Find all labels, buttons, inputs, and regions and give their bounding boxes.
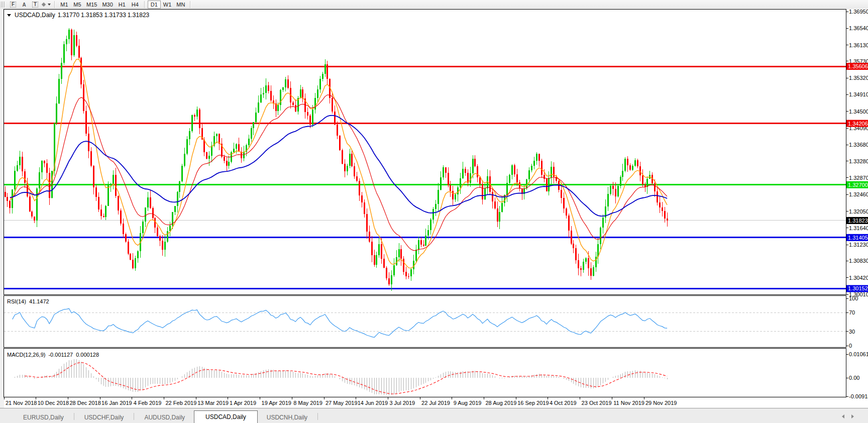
date-label: 27 May 2019 xyxy=(325,400,358,406)
chart-title: USDCAD,Daily 1.31770 1.31853 1.31733 1.3… xyxy=(7,12,149,19)
macd-tick-label: 0.010615 xyxy=(849,351,868,357)
date-label: 4 Feb 2019 xyxy=(134,400,162,406)
price-tick-label: 1.32460 xyxy=(849,191,868,197)
symbol-tab-bar: EURUSD,Daily USDCHF,Daily AUDUSD,Daily U… xyxy=(0,408,868,423)
date-label: 28 Aug 2019 xyxy=(486,400,517,406)
date-label: 14 Jun 2019 xyxy=(358,400,388,406)
price-tick-label: 1.30420 xyxy=(849,275,868,281)
tab-usdcnh-daily[interactable]: USDCNH,Daily xyxy=(258,412,316,423)
candlestick-chart[interactable]: 1.369501.365401.361301.357301.353201.349… xyxy=(0,0,868,423)
macd-tick-label: 0.00 xyxy=(849,375,859,381)
date-label: 16 Jan 2019 xyxy=(101,400,132,406)
price-tick-label: 1.34910 xyxy=(849,91,868,97)
price-tick-label: 1.36540 xyxy=(849,25,868,31)
tab-separator xyxy=(134,413,134,420)
price-level-label: 1.34206 xyxy=(848,121,868,127)
date-label: 1 Apr 2019 xyxy=(230,400,256,406)
ohlc-low: 1.31733 xyxy=(104,12,126,19)
date-label: 29 Nov 2019 xyxy=(645,400,677,406)
tab-audusd-daily[interactable]: AUDUSD,Daily xyxy=(135,412,194,423)
date-label: 23 Oct 2019 xyxy=(582,400,612,406)
scroll-tabs-left-icon[interactable] xyxy=(842,414,844,418)
date-label: 22 Feb 2019 xyxy=(166,400,197,406)
price-tick-label: 1.33680 xyxy=(849,142,868,148)
price-tick-label: 1.31640 xyxy=(849,225,868,231)
date-label: 22 Jul 2019 xyxy=(421,400,450,406)
price-tick-label: 1.32050 xyxy=(849,208,868,215)
price-tick-label: 1.34500 xyxy=(849,109,868,115)
tab-separator xyxy=(74,413,74,420)
ohlc-open: 1.31770 xyxy=(58,12,79,19)
rsi-tick-label: 100 xyxy=(849,295,858,301)
tab-usdcad-daily[interactable]: USDCAD,Daily xyxy=(194,410,258,423)
chart-dropdown-icon[interactable] xyxy=(7,14,11,17)
price-tick-label: 1.32870 xyxy=(849,175,868,181)
date-label: 11 Nov 2019 xyxy=(613,400,644,406)
price-level-label: 1.31823 xyxy=(848,218,868,224)
price-level-label: 1.31405 xyxy=(848,235,868,241)
ohlc-close: 1.31823 xyxy=(128,12,149,19)
date-label: 13 Mar 2019 xyxy=(197,400,229,406)
date-label: 10 Dec 2018 xyxy=(38,400,69,406)
ohlc-high: 1.31853 xyxy=(81,12,102,19)
price-level-label: 1.32700 xyxy=(848,182,868,188)
date-label: 28 Dec 2018 xyxy=(69,400,100,406)
rsi-tick-label: 0 xyxy=(849,343,852,349)
rsi-indicator-label: RSI(14)41.1472 xyxy=(7,298,49,304)
date-label: 3 Jul 2019 xyxy=(389,400,415,406)
price-tick-label: 1.31230 xyxy=(849,242,868,248)
price-tick-label: 1.36130 xyxy=(849,42,868,48)
date-label: 4 Oct 2019 xyxy=(550,400,577,406)
macd-tick-label: -0.009181 xyxy=(849,393,868,399)
tab-eurusd-daily[interactable]: EURUSD,Daily xyxy=(14,412,73,423)
date-label: 19 Apr 2019 xyxy=(262,400,291,406)
date-label: 9 Aug 2019 xyxy=(454,400,482,406)
chart-symbol: USDCAD,Daily xyxy=(15,12,55,19)
price-tick-label: 1.35320 xyxy=(849,75,868,81)
rsi-tick-label: 70 xyxy=(849,309,855,315)
tab-usdchf-daily[interactable]: USDCHF,Daily xyxy=(75,412,133,423)
date-label: 21 Nov 2018 xyxy=(6,400,37,406)
tab-separator xyxy=(317,413,318,420)
price-tick-label: 1.36950 xyxy=(849,9,868,15)
price-tick-label: 1.30830 xyxy=(849,258,868,264)
macd-indicator-label: MACD(12,26,9)-0.0011270.000128 xyxy=(7,352,99,358)
price-level-label: 1.35606 xyxy=(848,63,868,69)
date-label: 8 May 2019 xyxy=(293,400,322,406)
price-tick-label: 1.33280 xyxy=(849,158,868,164)
date-label: 16 Sep 2019 xyxy=(517,400,549,406)
price-level-label: 1.30152 xyxy=(848,285,868,291)
rsi-tick-label: 30 xyxy=(849,329,855,335)
scroll-tabs-right-icon[interactable] xyxy=(851,414,854,418)
